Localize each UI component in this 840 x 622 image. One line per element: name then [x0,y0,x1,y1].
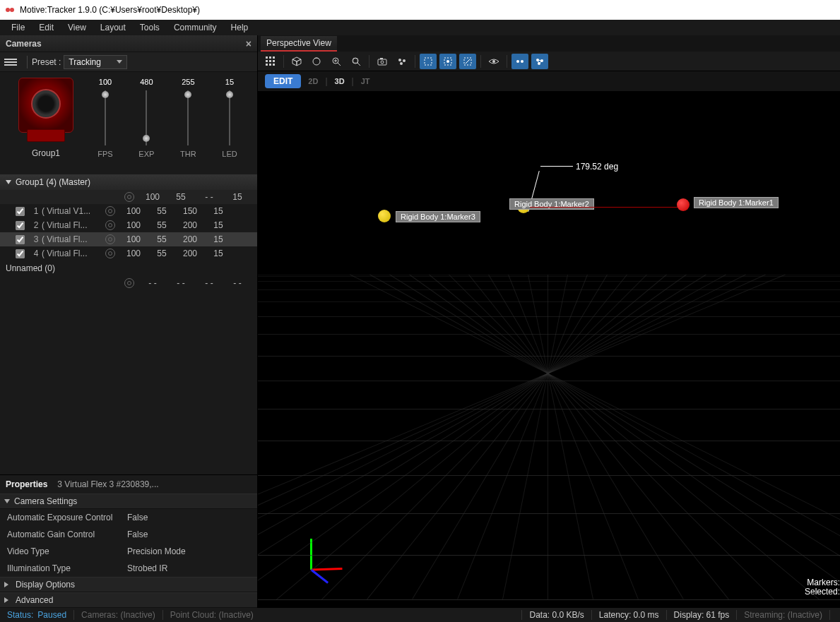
mode-2d[interactable]: 2D [308,77,318,85]
gear-icon[interactable] [124,278,134,288]
svg-rect-6 [269,60,271,62]
zoom-in-icon[interactable] [328,54,345,69]
gear-icon[interactable] [105,220,115,230]
svg-point-27 [446,60,449,63]
gear-icon[interactable] [105,249,115,258]
svg-rect-19 [378,59,386,65]
slider-thr[interactable]: 255THR [180,78,196,169]
mode-3d[interactable]: 3D [335,77,345,85]
col-exp: 55 [167,192,195,202]
preset-row: Preset : Tracking [0,52,257,72]
properties-subtitle: 3 Virtual Flex 3 #230839,... [57,479,158,489]
view-toolbar [258,52,840,71]
svg-line-17 [357,63,360,66]
edit-mode-button[interactable]: EDIT [265,74,301,88]
camera-row[interactable]: 3( Virtual Fl...1005520015 [0,232,257,246]
menu-help[interactable]: Help [224,21,256,34]
property-row[interactable]: Automatic Gain ControlFalse [0,526,257,543]
svg-point-24 [400,62,403,65]
select-mode-1-icon[interactable] [420,54,437,69]
grid-icon[interactable] [262,54,279,69]
menu-file[interactable]: File [4,21,32,34]
triangle-down-icon [4,499,10,503]
show-markers-icon[interactable] [511,54,528,69]
section-advanced[interactable]: Advanced [0,592,257,608]
status-streaming: Streaming: (Inactive) [744,610,822,620]
slider-exp[interactable]: 480EXP [138,78,154,169]
camera-checkbox[interactable] [16,207,25,216]
marker-3[interactable] [378,210,391,222]
hud-stats: Markers: Selected: [805,578,840,597]
menu-layout[interactable]: Layout [93,21,133,34]
properties-title: Properties [6,479,47,489]
camera-row[interactable]: 4( Virtual Fl...1005520015 [0,246,257,261]
view-tab[interactable]: Perspective View [261,36,337,52]
svg-line-29 [466,59,470,64]
status-value: Paused [37,610,66,620]
triangle-right-icon [4,597,11,603]
mode-jt[interactable]: JT [361,77,370,85]
svg-rect-25 [425,58,432,65]
tree-group-header[interactable]: Group1 (4) (Master) [0,174,257,190]
property-row[interactable]: Illumination TypeStrobed IR [0,560,257,577]
svg-point-31 [516,60,519,63]
menu-tools[interactable]: Tools [133,21,167,34]
svg-point-1 [10,8,14,12]
eye-icon[interactable] [485,54,502,69]
gear-icon[interactable] [124,192,134,202]
camera-icon [18,78,73,133]
svg-line-13 [338,63,341,66]
svg-rect-7 [273,60,275,62]
slider-fps[interactable]: 100FPS [97,78,112,169]
section-display-options[interactable]: Display Options [0,577,257,592]
marker-3-label: Rigid Body 1:Marker3 [396,211,480,222]
mode-bar: EDIT 2D | 3D | JT [258,71,840,91]
cube-icon[interactable] [288,54,305,69]
zoom-rotate-icon[interactable] [308,54,325,69]
property-row[interactable]: Video TypePrecision Mode [0,543,257,560]
camera-checkbox[interactable] [16,235,25,244]
camera-row[interactable]: 1( Virtual V1...1005515015 [0,204,257,218]
camera-thumbnail[interactable]: Group1 [7,78,85,169]
menu-icon[interactable] [4,57,17,67]
property-row[interactable]: Automatic Exposure ControlFalse [0,509,257,526]
marker-2-label: Rigid Body 1:Marker2 [509,198,594,210]
preset-select[interactable]: Tracking [64,55,127,69]
select-mode-2-icon[interactable] [439,54,456,69]
chevron-down-icon [117,60,122,64]
group-label: Group1 [32,148,60,158]
show-bodies-icon[interactable] [531,54,548,69]
marker-1[interactable] [677,198,690,211]
camera-preview-area: Group1 100FPS480EXP255THR15LED [0,72,257,174]
camera-checkbox[interactable] [16,249,25,258]
triangle-down-icon [6,180,11,184]
svg-point-30 [492,60,495,63]
col-led: 15 [223,192,252,202]
svg-rect-21 [380,58,383,59]
app-icon [4,4,16,16]
left-sidebar: Cameras × Preset : Tracking Group1 100FP… [0,35,258,608]
camera-icon[interactable] [374,54,391,69]
zoom-fit-icon[interactable] [348,54,365,69]
menu-view[interactable]: View [61,21,93,34]
camera-checkbox[interactable] [16,221,25,230]
window-titlebar: Motive:Tracker 1.9.0 (C:¥Users¥root¥Desk… [0,0,840,20]
menu-community[interactable]: Community [167,21,224,34]
status-label: Status: [7,610,33,620]
window-title: Motive:Tracker 1.9.0 (C:¥Users¥root¥Desk… [20,5,200,15]
tree-columns: 100 55 - - 15 [0,190,257,204]
camera-row[interactable]: 2( Virtual Fl...1005520015 [0,218,257,232]
markers-icon[interactable] [394,54,410,69]
svg-point-23 [403,59,406,62]
unnamed-group[interactable]: Unnamed (0) [0,261,257,276]
menu-edit[interactable]: Edit [32,21,61,34]
section-camera-settings[interactable]: Camera Settings [0,494,257,509]
camera-tree: Group1 (4) (Master) 100 55 - - 15 1( Vir… [0,174,257,474]
viewport[interactable]: 179.52 deg Rigid Body 1:Marker3 Rigid Bo… [258,91,840,608]
slider-led[interactable]: 15LED [222,78,237,169]
select-mode-3-icon[interactable] [459,54,476,69]
gear-icon[interactable] [105,206,115,216]
gear-icon[interactable] [105,234,115,244]
close-icon[interactable]: × [246,38,252,49]
properties-header: Properties 3 Virtual Flex 3 #230839,... [0,475,257,494]
